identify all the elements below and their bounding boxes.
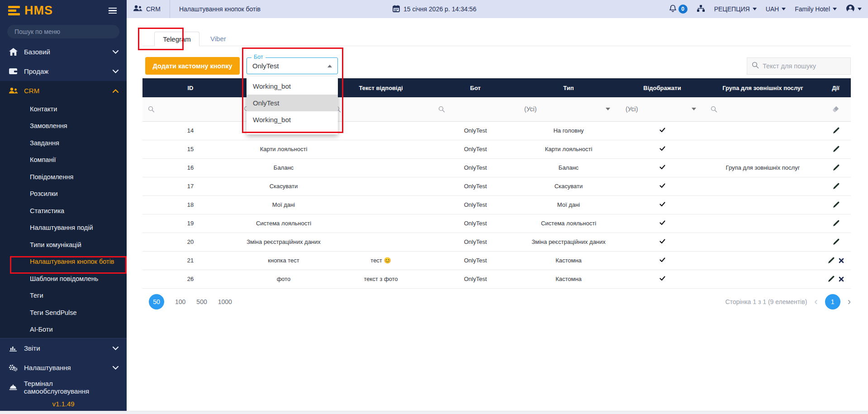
sidebar-item-companies[interactable]: Компанії (0, 152, 127, 169)
filter-group-input[interactable] (705, 106, 821, 113)
sidebar-item-reports[interactable]: Звіти (0, 338, 127, 358)
table-row[interactable]: 16 Баланс OnlyTest Баланс Група для зовн… (142, 158, 851, 177)
grid-search-input[interactable] (763, 62, 844, 70)
sidebar-collapse-icon[interactable] (107, 6, 119, 16)
sidebar-item-tags[interactable]: Теги (0, 287, 127, 305)
sidebar-item-basic[interactable]: Базовий (0, 42, 127, 62)
edit-pencil-icon[interactable] (832, 220, 840, 227)
sidebar-item-event-settings[interactable]: Налаштування подій (0, 219, 127, 237)
hotel-selector[interactable]: Family Hotel (795, 5, 837, 13)
edit-pencil-icon[interactable] (832, 183, 840, 190)
edit-pencil-icon[interactable] (827, 257, 835, 264)
horizontal-scrollbar[interactable] (0, 411, 868, 414)
dropdown-option[interactable]: Working_bot (247, 111, 338, 128)
filter-id-input[interactable] (142, 106, 238, 113)
page-size-1000[interactable]: 1000 (218, 298, 232, 305)
delete-x-icon[interactable] (839, 258, 844, 263)
chevron-down-icon (113, 347, 119, 350)
sidebar-item-statistics[interactable]: Статистика (0, 202, 127, 219)
table-row[interactable]: 18 Мої дані OnlyTest Мої дані (142, 195, 851, 214)
cell-name: фото (238, 270, 329, 288)
sidebar-item-mailings[interactable]: Розсилки (0, 186, 127, 203)
cell-name: кнопка тест (238, 251, 329, 270)
edit-pencil-icon[interactable] (832, 164, 840, 171)
sidebar-item-crm[interactable]: CRM (0, 81, 127, 100)
add-custom-button[interactable]: Додати кастомну кнопку (145, 57, 240, 75)
table-row[interactable]: 20 Зміна реєстраційних даних OnlyTest Зм… (142, 233, 851, 251)
sidebar-item-self-service-terminal[interactable]: Термінал самообслуговування (0, 377, 127, 397)
sidebar-item-ai-bots[interactable]: AI-Боти (0, 321, 127, 338)
clear-filters-button[interactable] (821, 105, 851, 113)
breadcrumb-root[interactable]: CRM (146, 5, 161, 13)
edit-pencil-icon[interactable] (832, 146, 840, 153)
sidebar-item-tasks[interactable]: Завдання (0, 134, 127, 152)
current-page-button[interactable]: 1 (825, 294, 840, 309)
cell-name: Зміна реєстраційних даних (238, 233, 329, 251)
sidebar-item-bot-buttons-settings[interactable]: Налаштування кнопок ботів (0, 253, 127, 271)
chevron-down-icon (113, 366, 119, 370)
caret-down-icon (606, 108, 610, 110)
col-header-group[interactable]: Група для зовнішніх послуг (705, 78, 821, 97)
cell-type: Зміна реєстраційних даних (518, 233, 619, 251)
home-icon (8, 48, 18, 56)
sidebar-item-label: Базовий (24, 48, 50, 56)
tab-telegram[interactable]: Telegram (154, 32, 199, 46)
sidebar-item-contacts[interactable]: Контакти (0, 100, 127, 118)
table-row[interactable]: 17 Скасувати OnlyTest Скасувати (142, 177, 851, 195)
edit-pencil-icon[interactable] (832, 238, 840, 246)
sidebar-item-communication-types[interactable]: Типи комунікацій (0, 236, 127, 253)
dropdown-option-selected[interactable]: OnlyTest (247, 95, 338, 111)
app-root: HMS Базовий Продаж (0, 0, 868, 414)
app-logo[interactable]: HMS (8, 4, 53, 18)
sidebar-item-settings[interactable]: Налаштування (0, 358, 127, 377)
crm-users-icon (8, 87, 18, 94)
hotel-label: Family Hotel (795, 5, 830, 13)
user-menu[interactable] (846, 4, 862, 14)
col-header-reply[interactable]: Текст відповіді (329, 78, 433, 97)
sidebar-item-message-templates[interactable]: Шаблони повідомлень (0, 270, 127, 287)
col-header-bot[interactable]: Бот (433, 78, 518, 97)
col-header-id[interactable]: ID (142, 78, 238, 97)
edit-pencil-icon[interactable] (832, 127, 840, 134)
filter-type-select[interactable]: (Усі) (518, 105, 619, 113)
cell-group (705, 251, 821, 270)
sidebar-item-tags-sendpulse[interactable]: Теги SendPulse (0, 304, 127, 321)
sitemap-icon[interactable] (697, 5, 705, 14)
filter-bot-input[interactable] (433, 106, 518, 113)
cell-visible (619, 140, 705, 158)
filter-visible-select[interactable]: (Усі) (619, 105, 705, 113)
next-page-chevron-icon[interactable]: › (848, 297, 851, 307)
cell-group (705, 233, 821, 251)
sidebar-item-sales[interactable]: Продаж (0, 62, 127, 81)
filter-reply-input[interactable] (329, 106, 433, 113)
col-header-visible[interactable]: Відображати (619, 78, 705, 97)
filter-visible-value: (Усі) (626, 105, 638, 113)
currency-selector[interactable]: UAH (766, 5, 786, 13)
chevron-up-icon (113, 89, 119, 93)
delete-x-icon[interactable] (839, 276, 844, 282)
table-row[interactable]: 15 Карти лояльності OnlyTest Карти лояль… (142, 140, 851, 158)
bot-select[interactable]: Бот OnlyTest (247, 57, 338, 74)
edit-pencil-icon[interactable] (832, 201, 840, 209)
department-selector[interactable]: РЕЦЕПЦИЯ (714, 5, 757, 13)
table-row[interactable]: 19 Система лояльності OnlyTest Система л… (142, 214, 851, 233)
sidebar-item-orders[interactable]: Замовлення (0, 118, 127, 135)
col-header-type[interactable]: Тип (518, 78, 619, 97)
topbar-right-cluster: 0 РЕЦЕПЦИЯ UAH Family Hotel (669, 4, 862, 14)
breadcrumb-page-title: Налаштування кнопок ботів (179, 5, 261, 13)
tab-viber[interactable]: Viber (199, 32, 237, 46)
notifications-button[interactable]: 0 (669, 5, 688, 14)
page-size-500[interactable]: 500 (196, 298, 207, 305)
page-size-50[interactable]: 50 (149, 294, 164, 309)
search-icon (148, 106, 155, 113)
table-row[interactable]: 21 кнопка тест тест 😊 OnlyTest Кастомна (142, 251, 851, 270)
prev-page-chevron-icon[interactable]: ‹ (814, 297, 817, 307)
dropdown-option[interactable]: Working_bot (247, 78, 338, 95)
edit-pencil-icon[interactable] (827, 276, 835, 283)
table-row[interactable]: 26 фото текст з фото OnlyTest Кастомна (142, 270, 851, 288)
cell-reply: текст з фото (329, 270, 433, 288)
sidebar-item-messages[interactable]: Повідомлення (0, 168, 127, 186)
sidebar-item-label: Налаштування (24, 364, 71, 371)
menu-search-input[interactable] (7, 25, 119, 38)
page-size-100[interactable]: 100 (175, 298, 185, 305)
